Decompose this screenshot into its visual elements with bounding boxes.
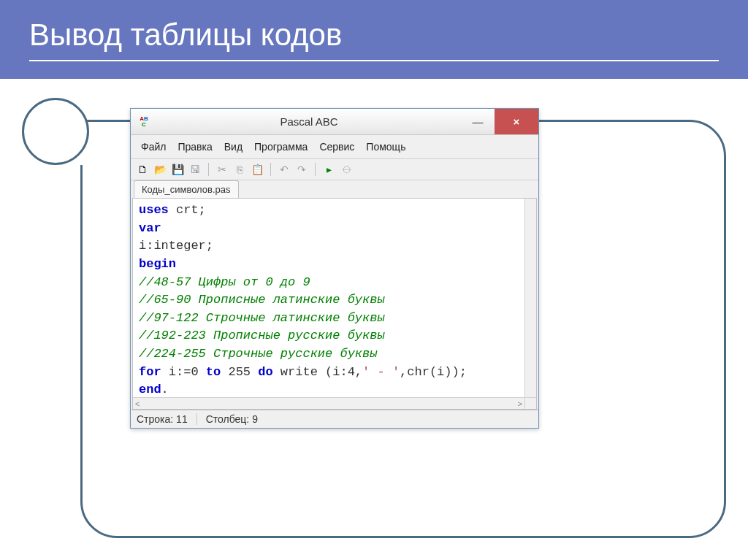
toolbar: 🗋 📂 💾 🖫 ✂ ⎘ 📋 ↶ ↷ ▸ ⦵: [131, 159, 538, 180]
paste-icon[interactable]: 📋: [250, 162, 264, 177]
tab-bar: Коды_символов.pas: [131, 180, 538, 198]
keyword-var: var: [139, 221, 161, 235]
app-icon: AB C: [135, 113, 153, 131]
scroll-left-icon[interactable]: <: [135, 399, 140, 408]
window-titlebar[interactable]: AB C Pascal ABC — ×: [131, 109, 538, 135]
keyword-for: for: [139, 365, 161, 379]
code-editor[interactable]: uses crt; var i:integer; begin //48-57 Ц…: [133, 199, 536, 402]
status-bar: Строка: 11 Столбец: 9: [131, 410, 538, 428]
file-tab[interactable]: Коды_символов.pas: [134, 180, 239, 198]
open-file-icon[interactable]: 📂: [153, 162, 167, 177]
menu-program[interactable]: Программа: [251, 139, 310, 154]
keyword-do: do: [258, 365, 272, 379]
bullet-oval: [22, 98, 89, 165]
scroll-right-icon[interactable]: >: [518, 399, 522, 408]
save-icon[interactable]: 💾: [170, 162, 185, 177]
comment: //224-255 Строчные русские буквы: [139, 347, 377, 361]
save-all-icon[interactable]: 🖫: [188, 162, 202, 177]
close-button[interactable]: ×: [495, 109, 538, 134]
horizontal-scrollbar[interactable]: < >: [133, 397, 524, 409]
keyword-to: to: [206, 365, 221, 379]
redo-icon[interactable]: ↷: [294, 162, 309, 177]
menu-edit[interactable]: Правка: [175, 139, 215, 154]
comment: //192-223 Прописные русские буквы: [139, 329, 385, 342]
menu-service[interactable]: Сервис: [316, 139, 357, 154]
window-controls: — ×: [461, 109, 538, 134]
vertical-scrollbar[interactable]: [524, 199, 536, 397]
new-file-icon[interactable]: 🗋: [135, 162, 150, 177]
title-underline: [29, 60, 719, 61]
toolbar-separator: [208, 163, 209, 176]
copy-icon[interactable]: ⎘: [232, 162, 247, 177]
comment: //97-122 Строчные латинские буквы: [139, 311, 385, 325]
status-line: Строка: 11: [137, 413, 197, 425]
cut-icon[interactable]: ✂: [215, 162, 229, 177]
stop-icon[interactable]: ⦵: [339, 162, 354, 177]
minimize-button[interactable]: —: [461, 109, 495, 134]
menu-help[interactable]: Помощь: [363, 139, 408, 154]
toolbar-separator: [270, 163, 271, 176]
status-column: Столбец: 9: [206, 413, 258, 425]
keyword-end: end: [139, 383, 161, 396]
keyword-begin: begin: [139, 257, 176, 271]
menu-file[interactable]: Файл: [138, 139, 169, 154]
comment: //48-57 Цифры от 0 до 9: [139, 275, 310, 289]
run-icon[interactable]: ▸: [321, 162, 336, 177]
toolbar-separator: [315, 163, 316, 176]
pascal-ide-window: AB C Pascal ABC — × Файл Правка Вид Прог…: [130, 108, 539, 429]
undo-icon[interactable]: ↶: [277, 162, 291, 177]
slide-title-bar: Вывод таблицы кодов: [0, 0, 748, 79]
keyword-uses: uses: [139, 203, 169, 217]
slide: Вывод таблицы кодов AB C Pascal ABC — × …: [0, 0, 748, 560]
window-title: Pascal ABC: [157, 115, 461, 128]
string-literal: ' - ': [362, 365, 400, 379]
slide-title: Вывод таблицы кодов: [29, 18, 342, 52]
menu-view[interactable]: Вид: [221, 139, 245, 154]
menu-bar: Файл Правка Вид Программа Сервис Помощь: [131, 135, 538, 159]
comment: //65-90 Прописные латинские буквы: [139, 293, 385, 307]
editor-container: uses crt; var i:integer; begin //48-57 Ц…: [132, 198, 537, 410]
scroll-corner: [524, 397, 536, 409]
